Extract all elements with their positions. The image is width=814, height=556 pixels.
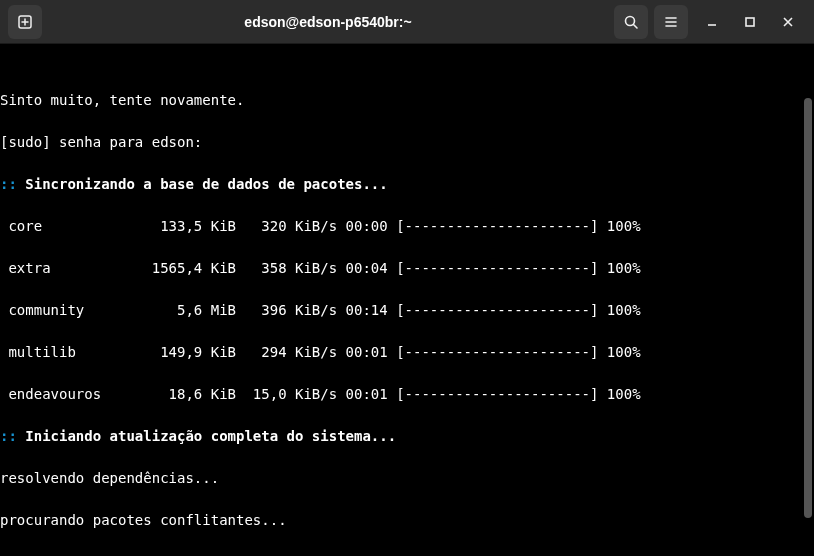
new-tab-button[interactable] bbox=[8, 5, 42, 39]
minimize-button[interactable] bbox=[694, 4, 730, 40]
marker: :: bbox=[0, 176, 17, 192]
scrollbar[interactable] bbox=[804, 98, 812, 518]
output-line: [sudo] senha para edson: bbox=[0, 132, 814, 153]
marker: :: bbox=[0, 428, 17, 444]
search-icon bbox=[623, 14, 639, 30]
section-header: Iniciando atualização completa do sistem… bbox=[17, 428, 396, 444]
repo-line: core 133,5 KiB 320 KiB/s 00:00 [--------… bbox=[0, 216, 814, 237]
repo-line: multilib 149,9 KiB 294 KiB/s 00:01 [----… bbox=[0, 342, 814, 363]
minimize-icon bbox=[707, 17, 717, 27]
menu-button[interactable] bbox=[654, 5, 688, 39]
maximize-icon bbox=[745, 17, 755, 27]
output-line: Sinto muito, tente novamente. bbox=[0, 90, 814, 111]
output-line: procurando pacotes conflitantes... bbox=[0, 510, 814, 531]
svg-rect-2 bbox=[746, 18, 754, 26]
section-header: Sincronizando a base de dados de pacotes… bbox=[17, 176, 388, 192]
repo-line: endeavouros 18,6 KiB 15,0 KiB/s 00:01 [-… bbox=[0, 384, 814, 405]
output-line: :: Iniciando atualização completa do sis… bbox=[0, 426, 814, 447]
search-button[interactable] bbox=[614, 5, 648, 39]
new-tab-icon bbox=[17, 14, 33, 30]
close-button[interactable] bbox=[770, 4, 806, 40]
close-icon bbox=[783, 17, 793, 27]
output-line: :: Sincronizando a base de dados de paco… bbox=[0, 174, 814, 195]
repo-line: extra 1565,4 KiB 358 KiB/s 00:04 [------… bbox=[0, 258, 814, 279]
window-title: edson@edson-p6540br:~ bbox=[48, 14, 608, 30]
blank-line bbox=[0, 552, 814, 556]
output-line: resolvendo dependências... bbox=[0, 468, 814, 489]
hamburger-icon bbox=[663, 14, 679, 30]
repo-line: community 5,6 MiB 396 KiB/s 00:14 [-----… bbox=[0, 300, 814, 321]
maximize-button[interactable] bbox=[732, 4, 768, 40]
terminal-output[interactable]: Sinto muito, tente novamente. [sudo] sen… bbox=[0, 44, 814, 556]
